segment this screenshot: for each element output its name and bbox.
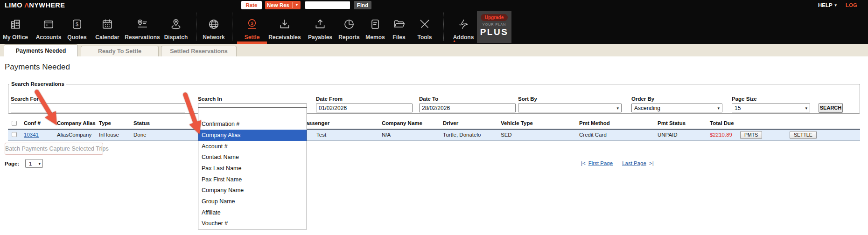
dropdown-option[interactable]: Voucher # bbox=[198, 218, 307, 229]
column-header-company-name[interactable]: Company Name bbox=[382, 120, 422, 126]
help-menu[interactable]: HELP ▼ bbox=[818, 0, 838, 10]
upgrade-plan-box[interactable]: Upgrade YOUR PLAN PLUS bbox=[477, 11, 511, 43]
table-row[interactable]: 10341 AliasCompany InHouse Done Test N/A… bbox=[8, 130, 860, 140]
dropdown-option[interactable]: Affiliate bbox=[198, 207, 307, 218]
column-header-pmt-method[interactable]: Pmt Method bbox=[579, 120, 610, 126]
addons-brand-caret-icon: ▲ bbox=[453, 39, 456, 42]
column-header-vehicle-type[interactable]: Vehicle Type bbox=[501, 120, 533, 126]
dropdown-option[interactable] bbox=[198, 108, 307, 119]
order-by-value: Ascending bbox=[634, 105, 660, 111]
page-size-select[interactable]: 15 ▾ bbox=[732, 104, 810, 112]
dropdown-option-highlighted[interactable]: Company Alias bbox=[198, 130, 307, 141]
table-header-divider bbox=[8, 129, 860, 130]
tools-icon bbox=[419, 18, 431, 30]
column-header-driver[interactable]: Driver bbox=[443, 120, 458, 126]
column-header-status[interactable]: Status bbox=[133, 120, 150, 126]
page-title: Payments Needed bbox=[5, 62, 70, 72]
column-header-conf[interactable]: Conf # bbox=[24, 120, 41, 126]
plan-tier-label: PLUS bbox=[477, 27, 511, 37]
settle-row-button[interactable]: SETTLE bbox=[790, 131, 817, 139]
page-size-value: 15 bbox=[735, 105, 741, 111]
date-to-input[interactable] bbox=[419, 104, 516, 112]
dropdown-option[interactable]: Company Name bbox=[198, 185, 307, 196]
first-page-symbol: |< bbox=[581, 160, 586, 166]
pmts-button[interactable]: PMTS bbox=[740, 131, 762, 139]
global-search-input[interactable] bbox=[305, 1, 350, 9]
dropdown-option[interactable]: Group Name bbox=[198, 196, 307, 207]
pmt-method-cell: Credit Card bbox=[579, 130, 607, 140]
upgrade-badge[interactable]: Upgrade bbox=[481, 14, 508, 21]
new-res-button[interactable]: New Res ▼ bbox=[265, 1, 301, 9]
dispatch-icon bbox=[170, 18, 182, 30]
logout-link[interactable]: LOG OUT bbox=[846, 0, 868, 10]
column-header-pmt-status[interactable]: Pmt Status bbox=[658, 120, 686, 126]
date-to-label: Date To bbox=[419, 96, 438, 102]
date-from-label: Date From bbox=[316, 96, 343, 102]
accounts-icon bbox=[42, 18, 55, 30]
order-by-select[interactable]: Ascending ▾ bbox=[631, 104, 722, 112]
date-from-input[interactable] bbox=[316, 104, 413, 112]
tab-ready-to-settle[interactable]: Ready To Settle bbox=[81, 46, 159, 56]
quotes-icon: $ bbox=[71, 18, 83, 30]
logo-text: LIMO bbox=[5, 1, 24, 9]
top-bar: LIMO ΛNYWHERE Rate New Res ▼ Find HELP ▼… bbox=[0, 0, 868, 10]
sort-by-select[interactable]: ▾ bbox=[518, 104, 622, 112]
tab-settled-reservations[interactable]: Settled Reservations bbox=[161, 46, 237, 56]
conf-number-link[interactable]: 10341 bbox=[24, 130, 39, 140]
dropdown-option[interactable]: Pax Last Name bbox=[198, 163, 307, 174]
svg-text:$: $ bbox=[251, 21, 253, 26]
new-res-divider bbox=[292, 2, 293, 8]
dropdown-option[interactable]: Pax First Name bbox=[198, 174, 307, 185]
total-due-cell: $2210.89 bbox=[710, 130, 732, 140]
column-header-total-due[interactable]: Total Due bbox=[710, 120, 734, 126]
last-page-symbol: >| bbox=[649, 160, 654, 166]
row-checkbox[interactable] bbox=[12, 132, 17, 137]
search-button[interactable]: SEARCH bbox=[819, 103, 843, 113]
reservations-icon bbox=[136, 18, 148, 30]
your-plan-label: YOUR PLAN bbox=[477, 22, 511, 27]
first-page-link[interactable]: First Page bbox=[588, 160, 613, 166]
chevron-down-icon: ▾ bbox=[616, 105, 619, 110]
calendar-icon bbox=[101, 18, 113, 30]
chevron-down-icon: ▾ bbox=[805, 105, 807, 110]
search-in-label: Search In bbox=[198, 96, 222, 102]
my-office-icon bbox=[9, 18, 21, 30]
rate-button[interactable]: Rate bbox=[241, 1, 262, 9]
batch-payments-button[interactable]: Batch Payments Capture Selected Trips bbox=[5, 143, 103, 155]
company-name-cell: N/A bbox=[382, 130, 391, 140]
nav-item-dispatch[interactable]: Dispatch bbox=[155, 10, 197, 44]
svg-text:$: $ bbox=[76, 21, 78, 27]
nav-item-network[interactable]: Network bbox=[193, 10, 235, 44]
chevron-down-icon[interactable]: ▼ bbox=[295, 1, 299, 9]
nav-item-label: Tools bbox=[404, 34, 446, 41]
select-all-checkbox[interactable] bbox=[12, 121, 17, 126]
tab-payments-needed[interactable]: Payments Needed bbox=[4, 44, 78, 56]
dropdown-option[interactable]: Confirmation # bbox=[198, 119, 307, 130]
dropdown-option[interactable]: Contact Name bbox=[198, 152, 307, 163]
new-res-label: New Res bbox=[267, 1, 289, 9]
column-header-company-alias[interactable]: Company Alias bbox=[57, 120, 96, 126]
order-by-label: Order By bbox=[631, 96, 654, 102]
nav-item-tools[interactable]: Tools bbox=[404, 10, 446, 44]
driver-cell: Turtle, Donatelo bbox=[443, 130, 481, 140]
column-header-type[interactable]: Type bbox=[99, 120, 111, 126]
help-label: HELP bbox=[818, 2, 832, 8]
page-number-select[interactable]: 1 ▾ bbox=[25, 159, 43, 168]
page-number-value: 1 bbox=[29, 161, 32, 166]
page-size-label: Page Size bbox=[732, 96, 757, 102]
tab-strip: Payments Needed Ready To Settle Settled … bbox=[0, 44, 868, 56]
last-page-link[interactable]: Last Page bbox=[622, 160, 646, 166]
chevron-down-icon: ▼ bbox=[834, 3, 838, 7]
find-button[interactable]: Find bbox=[354, 1, 371, 9]
logo-text-rest: NYWHERE bbox=[29, 1, 65, 9]
chevron-down-icon: ▾ bbox=[717, 105, 720, 110]
vehicle-type-cell: SED bbox=[501, 130, 512, 140]
search-for-input[interactable] bbox=[11, 104, 185, 112]
sort-by-label: Sort By bbox=[518, 96, 537, 102]
search-reservations-panel: Search Reservations Search For Search In… bbox=[8, 81, 860, 114]
dropdown-option[interactable]: Account # bbox=[198, 141, 307, 152]
pmt-status-cell: UNPAID bbox=[658, 130, 678, 140]
main-nav: My Office Accounts $ Quotes Calendar Res… bbox=[0, 10, 868, 44]
search-in-dropdown-list: Confirmation # Company Alias Account # C… bbox=[198, 107, 307, 229]
type-cell: InHouse bbox=[99, 130, 119, 140]
